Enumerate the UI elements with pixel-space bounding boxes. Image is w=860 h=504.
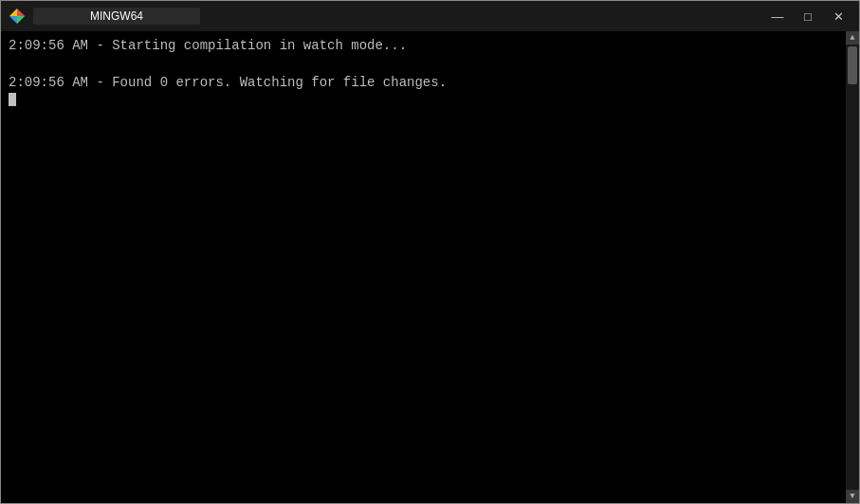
scrollbar-thumb[interactable]	[848, 46, 857, 84]
terminal-window: MINGW64 — □ ✕ 2:09:56 AM - Starting comp…	[0, 0, 860, 504]
scrollbar-up-arrow[interactable]: ▲	[846, 31, 859, 45]
terminal-line-3: 2:09:56 AM - Found 0 errors. Watching fo…	[9, 74, 851, 93]
title-bar: MINGW64 — □ ✕	[1, 1, 859, 31]
scrollbar[interactable]: ▲ ▼	[846, 31, 859, 503]
cursor	[9, 93, 16, 106]
title-bar-left: MINGW64	[9, 8, 200, 25]
terminal-line-1: 2:09:56 AM - Starting compilation in wat…	[9, 37, 851, 56]
svg-marker-2	[17, 16, 25, 24]
cursor-line	[9, 93, 851, 106]
maximize-button[interactable]: □	[795, 7, 821, 26]
mingw-logo	[9, 8, 26, 25]
scrollbar-down-arrow[interactable]: ▼	[846, 490, 859, 503]
terminal-body[interactable]: 2:09:56 AM - Starting compilation in wat…	[1, 31, 859, 503]
title-bar-title: MINGW64	[33, 8, 200, 25]
minimize-button[interactable]: —	[764, 7, 791, 26]
title-bar-controls: — □ ✕	[764, 7, 851, 26]
terminal-blank-line	[9, 56, 851, 75]
scrollbar-track[interactable]	[846, 45, 859, 490]
close-button[interactable]: ✕	[825, 7, 851, 26]
